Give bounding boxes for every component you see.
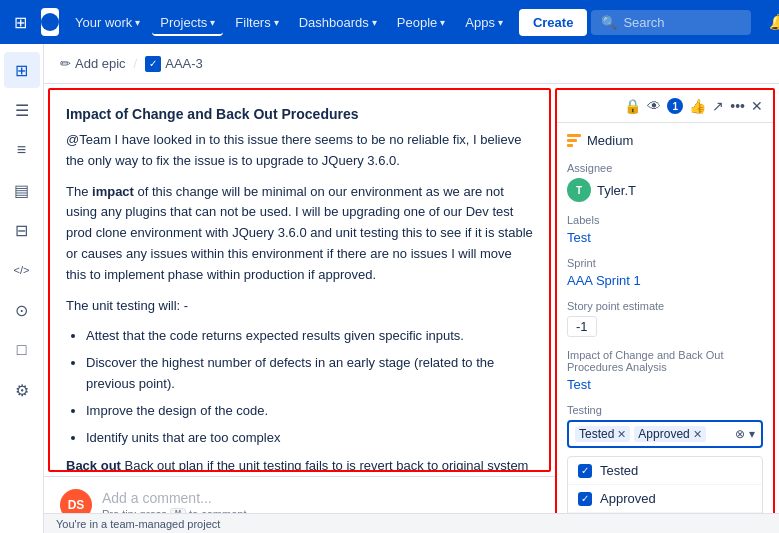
assignee-label: Assignee — [567, 162, 763, 174]
notification-icon[interactable]: 🔔 — [763, 9, 779, 35]
right-panel-header: 🔒 👁 1 👍 ↗ ••• ✕ — [557, 90, 773, 123]
search-box[interactable]: 🔍 — [591, 10, 751, 35]
bullet-item-4: Identify units that are too complex — [86, 428, 533, 449]
impact-value[interactable]: Test — [567, 377, 591, 392]
right-panel-content: Medium Assignee T Tyler.T Labels Test — [557, 123, 773, 529]
breadcrumb-bar: ✏ Add epic / ✓ AAA-3 — [44, 44, 779, 84]
tested-remove-icon[interactable]: ✕ — [617, 428, 626, 441]
back-out-para: Back out Back out plan if the unit testi… — [66, 456, 533, 472]
sidebar-board-icon[interactable]: ☰ — [4, 92, 40, 128]
checkbox-tested[interactable]: ✓ Tested — [568, 457, 762, 485]
caret-icon: ▾ — [210, 17, 215, 28]
issue-body: @Team I have looked in to this issue the… — [66, 130, 533, 472]
issue-para-2: The impact of this change will be minima… — [66, 182, 533, 286]
breadcrumb-divider: / — [134, 56, 138, 71]
sidebar-settings-icon[interactable]: ⚙ — [4, 372, 40, 408]
sidebar-home-icon[interactable]: ⊞ — [4, 52, 40, 88]
impact-section: Impact of Change and Back Out Procedures… — [567, 349, 763, 392]
status-text: You're in a team-managed project — [56, 518, 220, 530]
nav-action-icons: 🔔 ? ⚙ — [763, 9, 779, 35]
labels-value[interactable]: Test — [567, 230, 591, 245]
nav-your-work[interactable]: Your work ▾ — [67, 9, 148, 36]
sidebar-pages-icon[interactable]: □ — [4, 332, 40, 368]
task-id-label[interactable]: AAA-3 — [165, 56, 203, 71]
nav-people[interactable]: People ▾ — [389, 9, 453, 36]
watch-count: 1 — [667, 98, 683, 114]
assignee-section: Assignee T Tyler.T — [567, 162, 763, 202]
clear-icon[interactable]: ⊗ — [735, 427, 745, 441]
story-points-section: Story point estimate -1 — [567, 300, 763, 337]
approved-remove-icon[interactable]: ✕ — [693, 428, 702, 441]
chevron-down-icon[interactable]: ▾ — [749, 427, 755, 441]
bullet-item-2: Discover the highest number of defects i… — [86, 353, 533, 395]
caret-icon: ▾ — [498, 17, 503, 28]
like-icon[interactable]: 👍 — [689, 98, 706, 114]
share-icon[interactable]: ↗ — [712, 98, 724, 114]
testing-section: Testing Tested ✕ Approved ✕ ⊗ ▾ — [567, 404, 763, 529]
testing-dropdown[interactable]: Tested ✕ Approved ✕ ⊗ ▾ — [567, 420, 763, 448]
top-navigation: ⊞ Your work ▾ Projects ▾ Filters ▾ Dashb… — [0, 0, 779, 44]
labels-label: Labels — [567, 214, 763, 226]
priority-label: Medium — [587, 133, 633, 148]
issue-para-1: @Team I have looked in to this issue the… — [66, 130, 533, 172]
close-icon[interactable]: ✕ — [751, 98, 763, 114]
task-type-icon: ✓ — [145, 56, 161, 72]
issue-detail-panel: Impact of Change and Back Out Procedures… — [48, 88, 551, 472]
issue-para-3: The unit testing will: - — [66, 296, 533, 317]
sprint-section: Sprint AAA Sprint 1 — [567, 257, 763, 288]
tested-checkbox[interactable]: ✓ — [578, 464, 592, 478]
caret-icon: ▾ — [274, 17, 279, 28]
priority-row: Medium — [567, 133, 763, 148]
tested-tag-label: Tested — [579, 427, 614, 441]
approved-tag-label: Approved — [638, 427, 689, 441]
bullet-item-3: Improve the design of the code. — [86, 401, 533, 422]
assignee-row[interactable]: T Tyler.T — [567, 178, 763, 202]
jira-logo[interactable] — [41, 8, 59, 36]
tested-tag[interactable]: Tested ✕ — [575, 426, 630, 442]
logo-inner — [41, 13, 59, 31]
add-epic-link[interactable]: ✏ Add epic — [60, 56, 126, 71]
main-area: ✏ Add epic / ✓ AAA-3 Impact of Change an… — [44, 44, 779, 533]
sprint-value[interactable]: AAA Sprint 1 — [567, 273, 641, 288]
breadcrumb-task: ✓ AAA-3 — [145, 56, 203, 72]
assignee-avatar: T — [567, 178, 591, 202]
pencil-icon: ✏ — [60, 56, 71, 71]
search-input[interactable] — [623, 15, 743, 30]
checkbox-approved[interactable]: ✓ Approved — [568, 485, 762, 513]
right-panel: 🔒 👁 1 👍 ↗ ••• ✕ Medium — [555, 88, 775, 529]
sidebar-reports-icon[interactable]: ⊟ — [4, 212, 40, 248]
approved-checkbox-label: Approved — [600, 491, 656, 506]
story-points-value[interactable]: -1 — [567, 316, 597, 337]
nav-filters[interactable]: Filters ▾ — [227, 9, 286, 36]
content-panels: Impact of Change and Back Out Procedures… — [44, 84, 779, 533]
caret-icon: ▾ — [372, 17, 377, 28]
assignee-name: Tyler.T — [597, 183, 636, 198]
story-points-label: Story point estimate — [567, 300, 763, 312]
nav-projects[interactable]: Projects ▾ — [152, 9, 223, 36]
approved-tag[interactable]: Approved ✕ — [634, 426, 705, 442]
nav-apps[interactable]: Apps ▾ — [457, 9, 511, 36]
impact-label: Impact of Change and Back Out Procedures… — [567, 349, 763, 373]
sidebar-roadmap-icon[interactable]: ▤ — [4, 172, 40, 208]
tested-checkbox-label: Tested — [600, 463, 638, 478]
sprint-label: Sprint — [567, 257, 763, 269]
lock-icon[interactable]: 🔒 — [624, 98, 641, 114]
status-bar: You're in a team-managed project — [44, 513, 779, 533]
watch-icon[interactable]: 👁 — [647, 98, 661, 114]
issue-bullet-list: Attest that the code returns expected re… — [86, 326, 533, 448]
sidebar-list-icon[interactable]: ≡ — [4, 132, 40, 168]
dropdown-icons[interactable]: ⊗ ▾ — [735, 427, 755, 441]
left-sidebar: ⊞ ☰ ≡ ▤ ⊟ </> ⊙ □ ⚙ — [0, 44, 44, 533]
search-icon: 🔍 — [601, 15, 617, 30]
approved-checkbox[interactable]: ✓ — [578, 492, 592, 506]
issue-title: Impact of Change and Back Out Procedures — [66, 106, 533, 122]
create-button[interactable]: Create — [519, 9, 587, 36]
nav-dashboards[interactable]: Dashboards ▾ — [291, 9, 385, 36]
grid-icon[interactable]: ⊞ — [8, 9, 33, 36]
bullet-item-1: Attest that the code returns expected re… — [86, 326, 533, 347]
comment-placeholder[interactable]: Add a comment... — [102, 490, 539, 506]
more-icon[interactable]: ••• — [730, 98, 745, 114]
sidebar-releases-icon[interactable]: ⊙ — [4, 292, 40, 328]
sidebar-code-icon[interactable]: </> — [4, 252, 40, 288]
priority-icon — [567, 134, 581, 148]
